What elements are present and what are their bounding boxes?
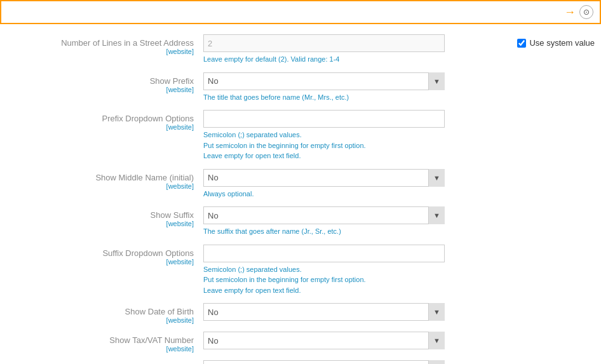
form-row-show_suffix: Show Suffix[website]NoYesRequired▼The su… [6,203,595,241]
select-wrapper-show_tax_vat: NoYesRequired▼ [203,332,445,349]
field-scope-show_tax_vat: [website] [6,345,194,353]
system-value-label-street_lines: Use system value [529,38,595,48]
field-scope-show_suffix: [website] [6,220,194,227]
select-wrapper-show_gender: NoYesRequired▼ [203,360,445,364]
field-note-show_middle_name: Always optional. [203,189,585,199]
input-col-street_lines: Leave empty for default (2). Valid range… [203,34,517,65]
input-col-show_middle_name: NoYesRequired▼Always optional. [203,169,595,199]
collapse-btn-area: → ⊙ [564,5,593,19]
form-row-show_middle_name: Show Middle Name (initial)[website]NoYes… [6,165,595,203]
select-wrapper-show_middle_name: NoYesRequired▼ [203,169,445,187]
field-note-show_suffix: The suffix that goes after name (Jr., Sr… [203,226,585,237]
text-input-street_lines [203,34,445,52]
form-row-show_dob: Show Date of Birth[website]NoYesRequired… [6,299,595,328]
field-label-show_prefix: Show Prefix[website] [6,76,194,93]
label-col-show_prefix: Show Prefix[website] [6,72,203,93]
text-input-suffix_dropdown[interactable] [203,245,445,262]
label-col-street_lines: Number of Lines in a Street Address[webs… [6,34,203,55]
field-label-suffix_dropdown: Suffix Dropdown Options[website] [6,248,194,266]
form-row-prefix_dropdown: Prefix Dropdown Options[website]Semicolo… [6,106,595,165]
field-note-street_lines: Leave empty for default (2). Valid range… [203,54,508,65]
field-label-show_dob: Show Date of Birth[website] [6,307,194,324]
form-row-street_lines: Number of Lines in a Street Address[webs… [6,30,595,69]
select-show_tax_vat[interactable]: NoYesRequired [203,332,445,349]
label-col-show_tax_vat: Show Tax/VAT Number[website] [6,332,203,353]
section-content: Number of Lines in a Street Address[webs… [0,30,601,364]
select-wrapper-show_suffix: NoYesRequired▼ [203,206,445,224]
select-show_prefix[interactable]: NoYesRequired [203,72,445,90]
collapse-button[interactable]: ⊙ [579,5,593,19]
label-col-show_dob: Show Date of Birth[website] [6,303,203,324]
field-scope-prefix_dropdown: [website] [6,123,194,131]
input-col-show_gender: NoYesRequired▼ [203,360,595,364]
system-value-checkbox-street_lines[interactable] [517,39,526,48]
select-show_gender[interactable]: NoYesRequired [203,360,445,364]
form-row-show_tax_vat: Show Tax/VAT Number[website]NoYesRequire… [6,328,595,356]
field-scope-show_prefix: [website] [6,86,194,93]
field-scope-street_lines: [website] [6,48,194,55]
input-col-prefix_dropdown: Semicolon (;) separated values.Put semic… [203,110,595,161]
field-note-show_prefix: The title that goes before name (Mr., Mr… [203,92,585,103]
field-label-show_middle_name: Show Middle Name (initial)[website] [6,173,194,190]
label-col-show_gender: Show Gender[website] [6,360,203,364]
text-input-prefix_dropdown[interactable] [203,110,445,128]
input-col-suffix_dropdown: Semicolon (;) separated values.Put semic… [203,245,595,296]
label-col-suffix_dropdown: Suffix Dropdown Options[website] [6,245,203,266]
form-row-show_prefix: Show Prefix[website]NoYesRequired▼The ti… [6,69,595,107]
select-show_suffix[interactable]: NoYesRequired [203,206,445,224]
input-col-show_dob: NoYesRequired▼ [203,303,595,321]
form-row-show_gender: Show Gender[website]NoYesRequired▼ [6,356,595,364]
select-wrapper-show_prefix: NoYesRequired▼ [203,72,445,90]
field-label-show_suffix: Show Suffix[website] [6,210,194,227]
field-note-prefix_dropdown: Semicolon (;) separated values.Put semic… [203,130,585,161]
form-row-suffix_dropdown: Suffix Dropdown Options[website]Semicolo… [6,241,595,300]
label-col-show_suffix: Show Suffix[website] [6,206,203,227]
section-header: → ⊙ [0,0,601,24]
arrow-right-icon: → [564,6,574,19]
field-scope-show_middle_name: [website] [6,182,194,190]
select-show_dob[interactable]: NoYesRequired [203,303,445,321]
field-scope-show_dob: [website] [6,316,194,324]
page-container: → ⊙ Number of Lines in a Street Address[… [0,0,601,364]
label-col-prefix_dropdown: Prefix Dropdown Options[website] [6,110,203,131]
field-scope-suffix_dropdown: [website] [6,258,194,266]
field-label-prefix_dropdown: Prefix Dropdown Options[website] [6,114,194,131]
select-wrapper-show_dob: NoYesRequired▼ [203,303,445,321]
field-label-street_lines: Number of Lines in a Street Address[webs… [6,38,194,55]
select-show_middle_name[interactable]: NoYesRequired [203,169,445,187]
field-note-suffix_dropdown: Semicolon (;) separated values.Put semic… [203,264,585,296]
field-label-show_tax_vat: Show Tax/VAT Number[website] [6,335,194,353]
input-col-show_prefix: NoYesRequired▼The title that goes before… [203,72,595,103]
system-value-col-street_lines: Use system value [517,34,595,48]
label-col-show_middle_name: Show Middle Name (initial)[website] [6,169,203,190]
input-col-show_tax_vat: NoYesRequired▼ [203,332,595,349]
input-col-show_suffix: NoYesRequired▼The suffix that goes after… [203,206,595,237]
